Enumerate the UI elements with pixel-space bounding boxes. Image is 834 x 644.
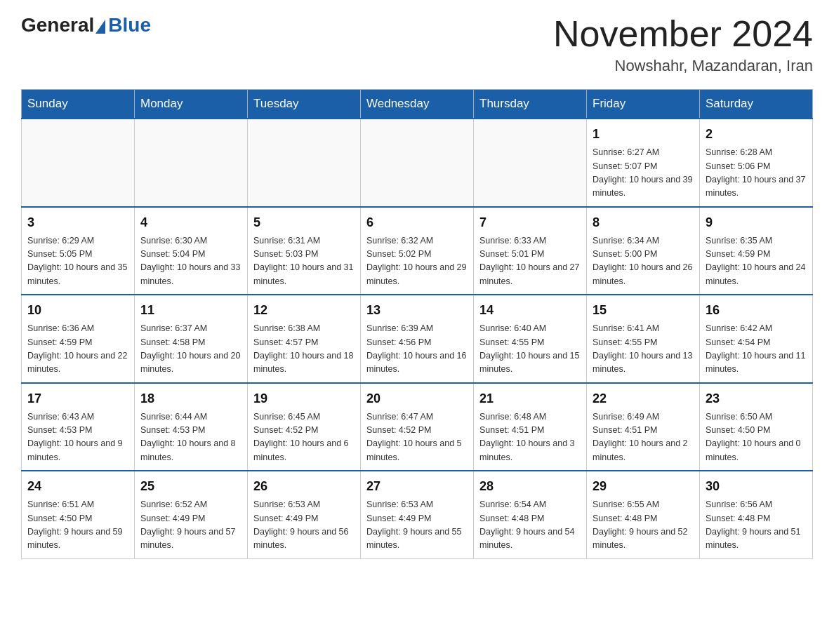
day-info: Sunrise: 6:56 AMSunset: 4:48 PMDaylight:… xyxy=(706,498,807,553)
day-number: 25 xyxy=(140,477,241,496)
day-info: Sunrise: 6:44 AMSunset: 4:53 PMDaylight:… xyxy=(140,410,241,465)
day-number: 17 xyxy=(27,389,128,408)
day-info: Sunrise: 6:43 AMSunset: 4:53 PMDaylight:… xyxy=(27,410,128,465)
title-section: November 2024 Nowshahr, Mazandaran, Iran xyxy=(553,14,813,75)
day-number: 10 xyxy=(27,301,128,320)
day-info: Sunrise: 6:51 AMSunset: 4:50 PMDaylight:… xyxy=(27,498,128,553)
day-number: 21 xyxy=(479,389,581,408)
day-number: 28 xyxy=(479,477,581,496)
day-info: Sunrise: 6:55 AMSunset: 4:48 PMDaylight:… xyxy=(593,498,694,553)
day-number: 15 xyxy=(593,301,694,320)
calendar-cell: 24Sunrise: 6:51 AMSunset: 4:50 PMDayligh… xyxy=(22,471,135,558)
day-number: 13 xyxy=(366,301,468,320)
week-row-1: 1Sunrise: 6:27 AMSunset: 5:07 PMDaylight… xyxy=(22,119,813,207)
week-row-5: 24Sunrise: 6:51 AMSunset: 4:50 PMDayligh… xyxy=(22,471,813,558)
calendar-cell: 17Sunrise: 6:43 AMSunset: 4:53 PMDayligh… xyxy=(22,383,135,471)
calendar-cell xyxy=(474,119,587,207)
day-info: Sunrise: 6:49 AMSunset: 4:51 PMDaylight:… xyxy=(593,410,694,465)
logo: General Blue xyxy=(21,14,151,36)
day-number: 27 xyxy=(366,477,468,496)
calendar-cell: 16Sunrise: 6:42 AMSunset: 4:54 PMDayligh… xyxy=(700,295,813,383)
day-header-friday: Friday xyxy=(587,90,700,119)
calendar-cell: 21Sunrise: 6:48 AMSunset: 4:51 PMDayligh… xyxy=(474,383,587,471)
calendar-cell: 3Sunrise: 6:29 AMSunset: 5:05 PMDaylight… xyxy=(22,207,135,295)
day-header-sunday: Sunday xyxy=(22,90,135,119)
day-info: Sunrise: 6:37 AMSunset: 4:58 PMDaylight:… xyxy=(140,322,241,377)
calendar-cell xyxy=(22,119,135,207)
week-row-4: 17Sunrise: 6:43 AMSunset: 4:53 PMDayligh… xyxy=(22,383,813,471)
calendar-cell xyxy=(135,119,248,207)
day-number: 20 xyxy=(366,389,468,408)
logo-triangle-icon xyxy=(95,20,105,34)
day-number: 23 xyxy=(706,389,807,408)
day-number: 5 xyxy=(253,213,355,232)
day-info: Sunrise: 6:30 AMSunset: 5:04 PMDaylight:… xyxy=(140,234,241,289)
day-info: Sunrise: 6:33 AMSunset: 5:01 PMDaylight:… xyxy=(479,234,581,289)
day-header-monday: Monday xyxy=(135,90,248,119)
calendar-cell: 15Sunrise: 6:41 AMSunset: 4:55 PMDayligh… xyxy=(587,295,700,383)
day-number: 26 xyxy=(253,477,355,496)
day-number: 30 xyxy=(706,477,807,496)
day-header-tuesday: Tuesday xyxy=(248,90,361,119)
week-row-3: 10Sunrise: 6:36 AMSunset: 4:59 PMDayligh… xyxy=(22,295,813,383)
calendar-cell: 1Sunrise: 6:27 AMSunset: 5:07 PMDaylight… xyxy=(587,119,700,207)
calendar-cell: 23Sunrise: 6:50 AMSunset: 4:50 PMDayligh… xyxy=(700,383,813,471)
day-number: 29 xyxy=(593,477,694,496)
day-number: 16 xyxy=(706,301,807,320)
calendar-cell: 10Sunrise: 6:36 AMSunset: 4:59 PMDayligh… xyxy=(22,295,135,383)
day-info: Sunrise: 6:27 AMSunset: 5:07 PMDaylight:… xyxy=(593,146,694,201)
logo-general-text: General xyxy=(21,14,94,36)
calendar-cell: 8Sunrise: 6:34 AMSunset: 5:00 PMDaylight… xyxy=(587,207,700,295)
day-number: 9 xyxy=(706,213,807,232)
calendar-cell: 14Sunrise: 6:40 AMSunset: 4:55 PMDayligh… xyxy=(474,295,587,383)
month-title: November 2024 xyxy=(553,14,813,54)
day-info: Sunrise: 6:52 AMSunset: 4:49 PMDaylight:… xyxy=(140,498,241,553)
calendar-cell: 6Sunrise: 6:32 AMSunset: 5:02 PMDaylight… xyxy=(361,207,474,295)
calendar-cell: 22Sunrise: 6:49 AMSunset: 4:51 PMDayligh… xyxy=(587,383,700,471)
day-number: 6 xyxy=(366,213,468,232)
day-header-wednesday: Wednesday xyxy=(361,90,474,119)
day-info: Sunrise: 6:45 AMSunset: 4:52 PMDaylight:… xyxy=(253,410,355,465)
day-info: Sunrise: 6:53 AMSunset: 4:49 PMDaylight:… xyxy=(253,498,355,553)
day-number: 18 xyxy=(140,389,241,408)
calendar-cell: 28Sunrise: 6:54 AMSunset: 4:48 PMDayligh… xyxy=(474,471,587,558)
day-header-thursday: Thursday xyxy=(474,90,587,119)
calendar-cell: 29Sunrise: 6:55 AMSunset: 4:48 PMDayligh… xyxy=(587,471,700,558)
day-header-saturday: Saturday xyxy=(700,90,813,119)
day-info: Sunrise: 6:48 AMSunset: 4:51 PMDaylight:… xyxy=(479,410,581,465)
calendar-cell: 12Sunrise: 6:38 AMSunset: 4:57 PMDayligh… xyxy=(248,295,361,383)
calendar-header-row: SundayMondayTuesdayWednesdayThursdayFrid… xyxy=(22,90,813,119)
day-number: 2 xyxy=(706,125,807,144)
day-info: Sunrise: 6:50 AMSunset: 4:50 PMDaylight:… xyxy=(706,410,807,465)
calendar-cell: 4Sunrise: 6:30 AMSunset: 5:04 PMDaylight… xyxy=(135,207,248,295)
day-number: 4 xyxy=(140,213,241,232)
day-info: Sunrise: 6:53 AMSunset: 4:49 PMDaylight:… xyxy=(366,498,468,553)
calendar-cell xyxy=(248,119,361,207)
calendar-cell: 20Sunrise: 6:47 AMSunset: 4:52 PMDayligh… xyxy=(361,383,474,471)
page-header: General Blue November 2024 Nowshahr, Maz… xyxy=(21,14,813,75)
day-info: Sunrise: 6:32 AMSunset: 5:02 PMDaylight:… xyxy=(366,234,468,289)
calendar-cell: 30Sunrise: 6:56 AMSunset: 4:48 PMDayligh… xyxy=(700,471,813,558)
calendar-cell: 19Sunrise: 6:45 AMSunset: 4:52 PMDayligh… xyxy=(248,383,361,471)
day-number: 11 xyxy=(140,301,241,320)
calendar-cell: 18Sunrise: 6:44 AMSunset: 4:53 PMDayligh… xyxy=(135,383,248,471)
day-info: Sunrise: 6:40 AMSunset: 4:55 PMDaylight:… xyxy=(479,322,581,377)
day-number: 12 xyxy=(253,301,355,320)
day-info: Sunrise: 6:42 AMSunset: 4:54 PMDaylight:… xyxy=(706,322,807,377)
day-number: 7 xyxy=(479,213,581,232)
day-info: Sunrise: 6:41 AMSunset: 4:55 PMDaylight:… xyxy=(593,322,694,377)
calendar-cell: 5Sunrise: 6:31 AMSunset: 5:03 PMDaylight… xyxy=(248,207,361,295)
calendar-cell: 7Sunrise: 6:33 AMSunset: 5:01 PMDaylight… xyxy=(474,207,587,295)
week-row-2: 3Sunrise: 6:29 AMSunset: 5:05 PMDaylight… xyxy=(22,207,813,295)
location-title: Nowshahr, Mazandaran, Iran xyxy=(553,57,813,75)
day-number: 3 xyxy=(27,213,128,232)
day-info: Sunrise: 6:34 AMSunset: 5:00 PMDaylight:… xyxy=(593,234,694,289)
day-info: Sunrise: 6:39 AMSunset: 4:56 PMDaylight:… xyxy=(366,322,468,377)
calendar-cell: 13Sunrise: 6:39 AMSunset: 4:56 PMDayligh… xyxy=(361,295,474,383)
day-info: Sunrise: 6:47 AMSunset: 4:52 PMDaylight:… xyxy=(366,410,468,465)
day-info: Sunrise: 6:28 AMSunset: 5:06 PMDaylight:… xyxy=(706,146,807,201)
day-number: 14 xyxy=(479,301,581,320)
day-info: Sunrise: 6:31 AMSunset: 5:03 PMDaylight:… xyxy=(253,234,355,289)
calendar-cell: 26Sunrise: 6:53 AMSunset: 4:49 PMDayligh… xyxy=(248,471,361,558)
day-info: Sunrise: 6:29 AMSunset: 5:05 PMDaylight:… xyxy=(27,234,128,289)
